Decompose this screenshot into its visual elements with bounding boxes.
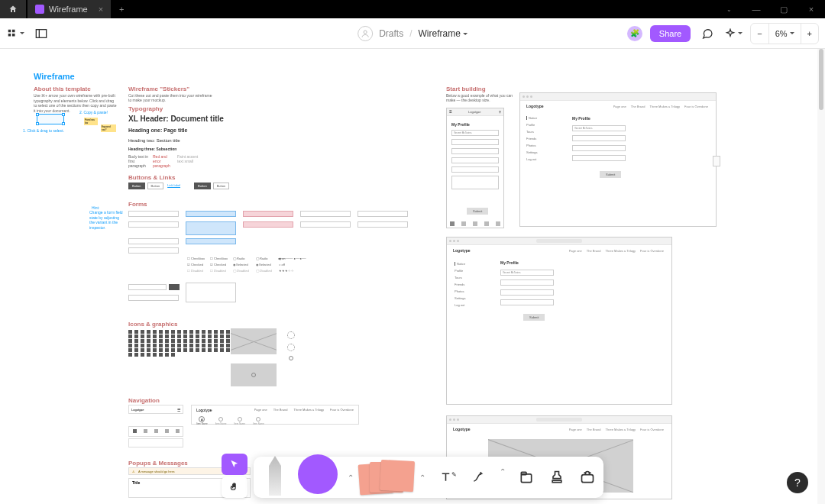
connector-tool[interactable] xyxy=(469,467,489,487)
input-sample xyxy=(128,284,167,290)
xl-header: XL Header: Document title xyxy=(128,115,224,123)
desktop-frame[interactable]: Logotype Page oneThe BrandThree Makes a … xyxy=(446,237,672,405)
move-tool[interactable] xyxy=(222,454,247,475)
button-sample: Button xyxy=(128,183,145,189)
select-open-sample xyxy=(186,221,236,235)
h2-sample: Heading two: Section title xyxy=(128,138,180,143)
input-sample xyxy=(300,211,351,217)
vertical-scrollbar[interactable] xyxy=(817,49,825,504)
stickers-body: Cut these out and paste them into your w… xyxy=(128,93,212,102)
svg-rect-2 xyxy=(8,34,11,37)
hand-tool[interactable] xyxy=(222,477,247,498)
p3-sample: Faint accent text small xyxy=(177,154,200,163)
textarea-sample xyxy=(186,283,236,302)
help-button[interactable]: ? xyxy=(787,472,808,493)
comments-icon[interactable] xyxy=(698,24,717,43)
svg-point-6 xyxy=(364,31,367,34)
svg-rect-1 xyxy=(12,29,15,32)
toolbar-jam: ⌃ ⌃ ✎ ⌃ xyxy=(254,457,603,498)
document-tab[interactable]: Wireframe × xyxy=(28,0,111,18)
button-sample xyxy=(169,284,180,290)
zoom-in-button[interactable]: + xyxy=(801,24,818,44)
buttons-title: Buttons & Links xyxy=(128,174,175,181)
panels-toggle-button[interactable] xyxy=(32,24,50,43)
nav-title: Navigation xyxy=(128,397,160,404)
home-button[interactable] xyxy=(0,0,26,18)
canvas[interactable]: Wireframe About this template Use ⌘+ arr… xyxy=(0,49,825,504)
input-sample xyxy=(358,221,408,228)
input-sample xyxy=(128,221,179,228)
tab-title: Wireframe xyxy=(49,5,88,14)
input-sample xyxy=(128,211,179,217)
window-dropdown-icon[interactable]: ⌄ xyxy=(715,6,742,13)
step1-label: 1. Click & drag to select. xyxy=(23,128,64,133)
icon-grid xyxy=(128,330,238,357)
forms-hint-body: Change a form field state by adjusting t… xyxy=(89,210,125,230)
file-icon xyxy=(35,5,44,14)
tabbar-sample xyxy=(128,426,183,437)
input-sample xyxy=(128,247,179,254)
window-minimize-button[interactable]: — xyxy=(742,5,770,14)
breadcrumb-project[interactable]: Drafts xyxy=(379,28,403,39)
new-tab-button[interactable]: + xyxy=(111,5,132,14)
slider-sample: ●────── ●──●── xyxy=(278,257,306,260)
marker-tool[interactable] xyxy=(260,454,290,500)
nav-large: Logotype Page oneThe BrandThree Makes a … xyxy=(191,405,359,425)
button-sample: Button xyxy=(194,183,211,189)
sticky-note-tool[interactable] xyxy=(359,460,414,494)
input-error-sample xyxy=(243,211,293,217)
ai-actions-icon[interactable] xyxy=(724,24,742,43)
svg-point-11 xyxy=(590,473,590,473)
about-title: About this template xyxy=(34,86,91,92)
svg-rect-0 xyxy=(8,29,11,32)
button-sample: Button xyxy=(213,183,230,189)
input-sample xyxy=(128,295,179,301)
window-maximize-button[interactable]: ▢ xyxy=(770,5,798,15)
window-close-button[interactable]: × xyxy=(798,5,825,14)
p1-sample: Body text in first paragraph xyxy=(128,154,151,168)
main-menu-button[interactable] xyxy=(6,24,24,43)
input-sample xyxy=(186,238,236,244)
breadcrumb-file[interactable]: Wireframe xyxy=(419,28,467,39)
sticky-more-icon[interactable]: ⌃ xyxy=(417,473,428,482)
stamp-tool[interactable] xyxy=(547,467,567,487)
dev-mode-icon[interactable]: 🧩 xyxy=(627,26,642,41)
button-sample: Button xyxy=(147,183,164,189)
radial-icons xyxy=(287,331,295,360)
more-tools[interactable] xyxy=(578,467,597,487)
sticky-note[interactable]: Fixed nav bar xyxy=(84,118,98,125)
zoom-out-button[interactable]: − xyxy=(751,24,768,44)
step2-label: 2. Copy & paste! xyxy=(79,110,108,115)
zoom-level[interactable]: 6% xyxy=(768,24,801,44)
mobile-frame[interactable]: ☰Logotype⚲ My Profile Vincent McTanins S… xyxy=(446,108,504,228)
svg-rect-9 xyxy=(582,475,594,483)
stickers-title: Wireframe "Stickers" xyxy=(128,86,189,92)
selection-box[interactable] xyxy=(37,114,64,124)
shape-more-icon[interactable]: ⌃ xyxy=(345,473,356,482)
svg-point-10 xyxy=(584,473,585,473)
link-sample: Link label xyxy=(166,183,183,189)
popups-title: Popups & Messages xyxy=(128,460,188,467)
start-title: Start building xyxy=(446,86,486,92)
h1-sample: Heading one: Page title xyxy=(128,128,187,133)
shape-tool[interactable] xyxy=(298,454,338,494)
resize-handle-icon xyxy=(713,156,720,166)
close-tab-icon[interactable]: × xyxy=(99,5,103,14)
svg-rect-3 xyxy=(12,34,15,37)
icons-title: Icons & graphics xyxy=(128,321,177,328)
input-sample xyxy=(128,238,179,244)
section-tool[interactable] xyxy=(516,467,536,487)
share-button[interactable]: Share xyxy=(650,25,691,42)
user-avatar-icon[interactable] xyxy=(358,26,373,41)
connector-more-icon[interactable]: ⌃ xyxy=(500,467,506,487)
forms-title: Forms xyxy=(128,201,147,208)
text-tool[interactable]: ✎ xyxy=(438,467,458,487)
frame-title[interactable]: Wireframe xyxy=(34,72,75,81)
tablet-frame[interactable]: Logotype Page oneThe BrandThree Makes a … xyxy=(519,92,717,227)
breadcrumb: Drafts / Wireframe xyxy=(358,26,467,41)
nav-small: Logotype ☰ xyxy=(128,405,183,414)
image-placeholder xyxy=(231,363,277,386)
sticky-note[interactable]: Exposed nav? xyxy=(101,124,116,132)
breadcrumb-separator: / xyxy=(409,28,412,39)
p2-sample: Red and error paragraph xyxy=(153,154,176,168)
